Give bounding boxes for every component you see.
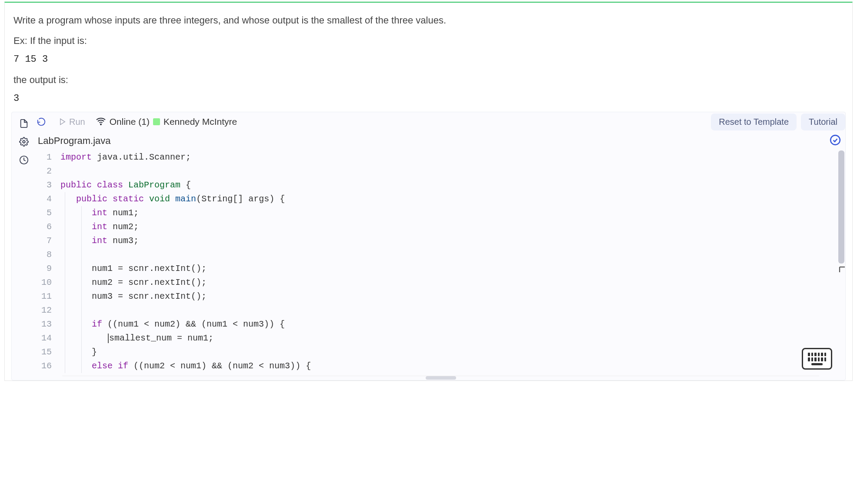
- code-text[interactable]: if ((num1 < num2) && (num1 < num3)) {: [60, 317, 845, 331]
- code-text[interactable]: [60, 304, 845, 317]
- code-text[interactable]: int num2;: [60, 220, 845, 234]
- run-label: Run: [69, 117, 85, 127]
- code-line[interactable]: 6 int num2;: [38, 220, 845, 234]
- wifi-icon: [96, 116, 106, 128]
- code-text[interactable]: int num1;: [60, 206, 845, 220]
- code-line[interactable]: 16 else if ((num2 < num1) && (num2 < num…: [38, 359, 845, 373]
- line-number: 14: [38, 331, 60, 345]
- svg-marker-2: [60, 119, 65, 125]
- svg-point-3: [100, 124, 101, 125]
- text-caret: [108, 334, 109, 343]
- reset-button[interactable]: Reset to Template: [711, 113, 797, 130]
- code-text[interactable]: num3 = scnr.nextInt();: [60, 290, 845, 304]
- line-number: 8: [38, 248, 60, 262]
- code-line[interactable]: 8: [38, 248, 845, 262]
- tutorial-button[interactable]: Tutorial: [801, 113, 845, 130]
- code-line[interactable]: 11 num3 = scnr.nextInt();: [38, 290, 845, 304]
- code-line[interactable]: 12: [38, 304, 845, 317]
- code-line[interactable]: 9 num1 = scnr.nextInt();: [38, 262, 845, 276]
- line-number: 2: [38, 164, 60, 178]
- code-line[interactable]: 7 int num3;: [38, 234, 845, 248]
- code-editor[interactable]: 1import java.util.Scanner;23public class…: [12, 150, 845, 376]
- code-text[interactable]: num1 = scnr.nextInt();: [60, 262, 845, 276]
- keyboard-icon[interactable]: [802, 348, 832, 370]
- code-text[interactable]: [60, 248, 845, 262]
- line-number: 13: [38, 317, 60, 331]
- gear-icon[interactable]: [17, 135, 31, 149]
- prompt-output-label: the output is:: [13, 73, 844, 87]
- run-button[interactable]: Run: [54, 115, 90, 129]
- svg-point-4: [830, 135, 840, 145]
- editor-toolbar: Run Online (1) Kennedy McIntyre Reset to…: [12, 112, 845, 131]
- user-name: Kennedy McIntyre: [163, 117, 237, 127]
- presence-indicator: [153, 118, 160, 125]
- code-text[interactable]: public class LabProgram {: [60, 178, 845, 192]
- code-text[interactable]: smallest_num = num1;: [60, 331, 845, 345]
- line-number: 10: [38, 276, 60, 290]
- code-line[interactable]: 1import java.util.Scanner;: [38, 150, 845, 164]
- undo-icon[interactable]: [34, 115, 48, 129]
- line-number: 7: [38, 234, 60, 248]
- prompt-line-3: the output is:: [13, 73, 844, 87]
- line-number: 3: [38, 178, 60, 192]
- horizontal-scrollbar[interactable]: [62, 376, 819, 380]
- problem-statement: Write a program whose inputs are three i…: [13, 13, 844, 48]
- file-tab-row: LabProgram.java: [12, 131, 845, 150]
- line-number: 12: [38, 304, 60, 317]
- line-number: 9: [38, 262, 60, 276]
- svg-point-0: [23, 140, 25, 143]
- example-output: 3: [13, 93, 844, 104]
- hscroll-thumb[interactable]: [426, 376, 456, 380]
- lab-panel: Write a program whose inputs are three i…: [4, 2, 853, 381]
- code-line[interactable]: 3public class LabProgram {: [38, 178, 845, 192]
- code-text[interactable]: num2 = scnr.nextInt();: [60, 276, 845, 290]
- code-text[interactable]: int num3;: [60, 234, 845, 248]
- status-check-icon[interactable]: [830, 134, 841, 147]
- code-line[interactable]: 2: [38, 164, 845, 178]
- online-status: Online (1) Kennedy McIntyre: [96, 116, 237, 128]
- line-number: 15: [38, 345, 60, 359]
- code-text[interactable]: public static void main(String[] args) {: [60, 192, 845, 206]
- line-number: 16: [38, 359, 60, 373]
- line-number: 1: [38, 150, 60, 164]
- code-line[interactable]: 13 if ((num1 < num2) && (num1 < num3)) {: [38, 317, 845, 331]
- example-input: 7 15 3: [13, 54, 844, 65]
- code-line[interactable]: 5 int num1;: [38, 206, 845, 220]
- file-icon[interactable]: [17, 117, 31, 130]
- code-line[interactable]: 10 num2 = scnr.nextInt();: [38, 276, 845, 290]
- line-number: 6: [38, 220, 60, 234]
- code-line[interactable]: 15 }: [38, 345, 845, 359]
- online-label: Online (1): [110, 117, 150, 127]
- line-number: 4: [38, 192, 60, 206]
- code-text[interactable]: else if ((num2 < num1) && (num2 < num3))…: [60, 359, 845, 373]
- line-number: 5: [38, 206, 60, 220]
- code-line[interactable]: 4 public static void main(String[] args)…: [38, 192, 845, 206]
- line-number: 11: [38, 290, 60, 304]
- file-name[interactable]: LabProgram.java: [38, 135, 111, 147]
- prompt-line-1: Write a program whose inputs are three i…: [13, 13, 844, 27]
- code-text[interactable]: }: [60, 345, 845, 359]
- code-editor-panel: Run Online (1) Kennedy McIntyre Reset to…: [11, 112, 846, 381]
- code-text[interactable]: import java.util.Scanner;: [60, 150, 845, 164]
- prompt-line-2: Ex: If the input is:: [13, 33, 844, 48]
- code-line[interactable]: 14 smallest_num = num1;: [38, 331, 845, 345]
